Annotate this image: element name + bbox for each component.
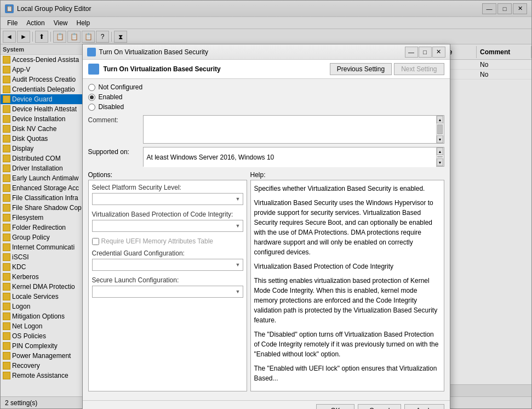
scroll-thumb bbox=[437, 124, 443, 134]
radio-label-enabled: Enabled bbox=[99, 93, 123, 101]
options-panel: Select Platform Security Level: ▼ Virtua… bbox=[88, 180, 247, 391]
dialog-header-title-group: Turn On Virtualization Based Security bbox=[88, 64, 221, 75]
help-para-3: Virtualization Based Protection of Code … bbox=[254, 262, 441, 271]
dialog-controls: — □ ✕ bbox=[405, 47, 445, 58]
secure-launch-dropdown[interactable]: ▼ bbox=[92, 286, 243, 298]
comment-label: Comment: bbox=[88, 115, 143, 144]
supported-scroll-thumb bbox=[437, 156, 443, 157]
radio-enabled[interactable]: Enabled bbox=[88, 93, 444, 101]
dialog-header: Turn On Virtualization Based Security Pr… bbox=[83, 60, 450, 79]
comment-section: Comment: ▲ ▼ bbox=[88, 115, 444, 144]
dialog-header-title-text: Turn On Virtualization Based Security bbox=[104, 65, 221, 73]
dialog-overlay: Turn On Virtualization Based Security — … bbox=[0, 0, 532, 409]
help-para-5: The "Disabled" option turns off Virtuali… bbox=[254, 330, 441, 359]
help-panel: Specifies whether Virtualization Based S… bbox=[250, 180, 444, 391]
dialog-body: Not Configured Enabled Disabled Comment: bbox=[83, 79, 450, 400]
supported-section: Supported on: At least Windows Server 20… bbox=[88, 147, 444, 167]
supported-scroll-down[interactable]: ▼ bbox=[437, 158, 443, 166]
radio-disabled[interactable]: Disabled bbox=[88, 103, 444, 111]
radio-group: Not Configured Enabled Disabled bbox=[88, 83, 444, 111]
dialog-header-icon bbox=[88, 64, 99, 75]
comment-textarea[interactable] bbox=[144, 116, 436, 143]
platform-security-dropdown[interactable]: ▼ bbox=[92, 193, 243, 205]
radio-label-not-configured: Not Configured bbox=[99, 83, 143, 91]
secure-launch-row: Secure Launch Configuration: ▼ bbox=[92, 276, 243, 298]
radio-input-enabled bbox=[88, 94, 95, 101]
vbs-code-integrity-row: Virtualization Based Protection of Code … bbox=[92, 211, 243, 232]
next-setting-button[interactable]: Next Setting bbox=[394, 63, 444, 75]
supported-scroll-up[interactable]: ▲ bbox=[437, 147, 443, 155]
supported-label: Supported on: bbox=[88, 147, 143, 167]
radio-input-not-configured bbox=[88, 84, 95, 91]
options-section-label: Options: bbox=[88, 171, 247, 179]
help-para-6: The "Enabled with UEFI lock" option ensu… bbox=[254, 363, 441, 383]
uefi-checkbox[interactable] bbox=[92, 238, 99, 245]
credential-guard-label: Credential Guard Configuration: bbox=[92, 249, 243, 257]
comment-scrollbar: ▲ ▼ bbox=[436, 116, 444, 143]
credential-dropdown-arrow: ▼ bbox=[236, 262, 241, 268]
dialog-minimize-button[interactable]: — bbox=[405, 47, 418, 58]
vbs-dropdown-arrow: ▼ bbox=[236, 223, 241, 229]
uefi-checkbox-label: Require UEFI Memory Attributes Table bbox=[101, 237, 214, 245]
help-para-2: Virtualization Based Security uses the W… bbox=[254, 198, 441, 257]
dialog-maximize-button[interactable]: □ bbox=[419, 47, 432, 58]
dialog-nav-buttons: Previous Setting Next Setting bbox=[330, 63, 444, 75]
platform-dropdown-arrow: ▼ bbox=[236, 196, 241, 202]
scroll-down-arrow[interactable]: ▼ bbox=[437, 135, 443, 143]
uefi-checkbox-row: Require UEFI Memory Attributes Table bbox=[92, 237, 243, 245]
options-help-labels: Options: Help: bbox=[88, 171, 444, 179]
platform-security-label: Select Platform Security Level: bbox=[92, 184, 243, 191]
options-help-row: Select Platform Security Level: ▼ Virtua… bbox=[88, 180, 444, 391]
previous-setting-button[interactable]: Previous Setting bbox=[330, 63, 392, 75]
vbs-code-integrity-dropdown[interactable]: ▼ bbox=[92, 220, 243, 232]
supported-value: At least Windows Server 2016, Windows 10 bbox=[144, 147, 436, 167]
policy-dialog: Turn On Virtualization Based Security — … bbox=[82, 44, 450, 409]
credential-guard-row: Credential Guard Configuration: ▼ bbox=[92, 249, 243, 271]
dialog-footer: OK Cancel Apply bbox=[83, 400, 450, 409]
dialog-title-icon bbox=[87, 48, 96, 56]
supported-scrollbar: ▲ ▼ bbox=[436, 147, 444, 166]
vbs-code-integrity-label: Virtualization Based Protection of Code … bbox=[92, 211, 243, 218]
radio-input-disabled bbox=[88, 104, 95, 111]
dialog-title-bar: Turn On Virtualization Based Security — … bbox=[83, 44, 450, 60]
help-para-1: Specifies whether Virtualization Based S… bbox=[254, 184, 441, 194]
help-para-4: This setting enables virtualization base… bbox=[254, 276, 441, 325]
secure-launch-label: Secure Launch Configuration: bbox=[92, 276, 243, 284]
secure-dropdown-arrow: ▼ bbox=[236, 289, 241, 294]
scroll-up-arrow[interactable]: ▲ bbox=[437, 116, 443, 123]
dialog-close-button[interactable]: ✕ bbox=[432, 47, 445, 58]
dialog-title-text: Turn On Virtualization Based Security bbox=[99, 48, 405, 56]
radio-not-configured[interactable]: Not Configured bbox=[88, 83, 444, 91]
cancel-button[interactable]: Cancel bbox=[358, 404, 401, 409]
ok-button[interactable]: OK bbox=[316, 404, 354, 409]
help-section-label: Help: bbox=[250, 171, 444, 179]
radio-label-disabled: Disabled bbox=[99, 103, 124, 111]
credential-guard-dropdown[interactable]: ▼ bbox=[92, 259, 243, 271]
apply-button[interactable]: Apply bbox=[404, 404, 444, 409]
platform-security-row: Select Platform Security Level: ▼ bbox=[92, 184, 243, 205]
